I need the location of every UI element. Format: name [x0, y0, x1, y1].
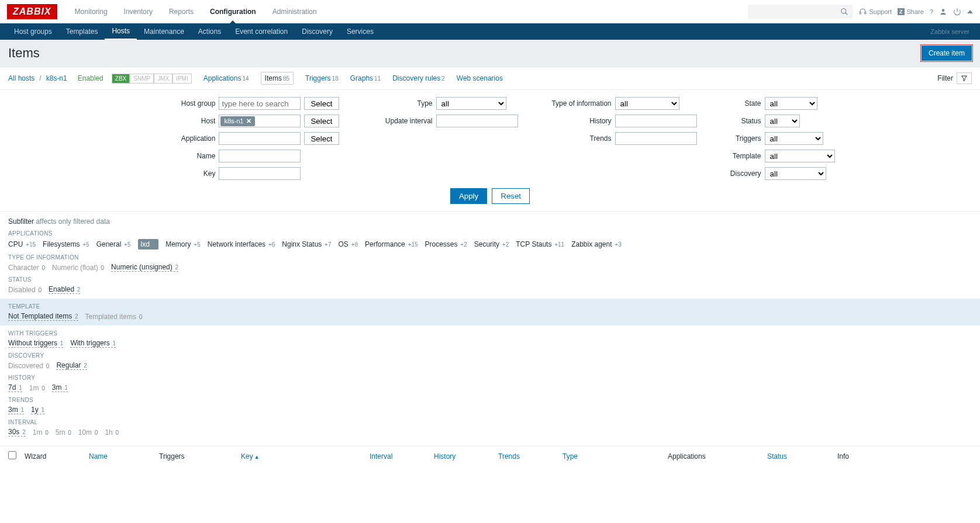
sf-item[interactable]: OS +8: [339, 240, 358, 248]
select-discovery[interactable]: all: [765, 167, 826, 180]
sf-item[interactable]: Character 0: [8, 264, 45, 272]
btn-select-host[interactable]: Select: [304, 115, 339, 127]
filter-toggle[interactable]: [957, 72, 972, 84]
select-triggers[interactable]: all: [765, 132, 823, 145]
submenu-maintenance[interactable]: Maintenance: [137, 23, 191, 40]
sf-item[interactable]: 1y 1: [31, 406, 44, 414]
tab-applications[interactable]: Applications14: [203, 74, 249, 82]
create-item-button[interactable]: Create item: [922, 46, 972, 61]
tab-items[interactable]: Items85: [261, 72, 294, 85]
submenu-templates[interactable]: Templates: [59, 23, 105, 40]
sf-item[interactable]: 3m 1: [52, 383, 68, 392]
submenu-actions[interactable]: Actions: [191, 23, 228, 40]
remove-host-icon[interactable]: ✕: [246, 117, 251, 125]
sf-item[interactable]: General +5: [96, 240, 131, 248]
select-template[interactable]: all: [765, 150, 835, 162]
submenu-host-groups[interactable]: Host groups: [7, 23, 59, 40]
th-interval[interactable]: Interval: [370, 452, 434, 460]
sf-item[interactable]: Filesystems +5: [43, 240, 89, 248]
sf-item[interactable]: Discovered 0: [8, 362, 49, 370]
submenu-event-correlation[interactable]: Event correlation: [228, 23, 295, 40]
submenu-hosts[interactable]: Hosts: [105, 23, 137, 40]
th-history[interactable]: History: [434, 452, 498, 460]
input-name[interactable]: [219, 150, 301, 162]
sf-item[interactable]: 1h 0: [105, 428, 119, 437]
btn-select-host-group[interactable]: Select: [304, 97, 339, 110]
sf-item[interactable]: 5m 0: [56, 428, 71, 437]
th-trends[interactable]: Trends: [498, 452, 563, 460]
user-button[interactable]: [939, 8, 947, 16]
input-application[interactable]: [219, 132, 301, 145]
sf-item[interactable]: Enabled 2: [49, 285, 80, 294]
crumb-all-hosts[interactable]: All hosts: [8, 74, 34, 82]
tab-graphs[interactable]: Graphs11: [350, 74, 381, 82]
tab-web-scenarios[interactable]: Web scenarios: [457, 74, 503, 82]
host-token[interactable]: k8s-n1✕: [220, 116, 254, 126]
sort-asc-icon: ▲: [254, 454, 260, 460]
sf-item[interactable]: 10m 0: [78, 428, 98, 437]
sf-item[interactable]: Performance +15: [365, 240, 417, 248]
sf-item[interactable]: 3m 1: [8, 406, 24, 414]
sf-item[interactable]: CPU +15: [8, 240, 36, 248]
th-type[interactable]: Type: [563, 452, 668, 460]
th-key[interactable]: Key▲: [241, 452, 370, 460]
sf-item[interactable]: 30s 2: [8, 428, 26, 437]
sf-item[interactable]: With triggers 1: [70, 339, 116, 348]
sf-item[interactable]: Zabbix agent +3: [571, 240, 622, 248]
input-host-group[interactable]: [219, 97, 301, 110]
topmenu-configuration[interactable]: Configuration: [202, 0, 264, 23]
select-type-info[interactable]: all: [615, 97, 679, 110]
sf-item[interactable]: Memory +5: [165, 240, 201, 248]
apply-button[interactable]: Apply: [450, 188, 487, 204]
submenu-services[interactable]: Services: [340, 23, 381, 40]
select-type[interactable]: all: [436, 97, 506, 110]
sf-item[interactable]: 7d 1: [8, 383, 22, 392]
lbl-status: Status: [720, 117, 761, 125]
support-link[interactable]: Support: [859, 8, 892, 15]
th-checkbox[interactable]: [8, 451, 25, 461]
sf-item[interactable]: Numeric (float) 0: [52, 264, 104, 272]
sf-item[interactable]: Without triggers 1: [8, 339, 63, 348]
sf-item[interactable]: Templated items 0: [85, 313, 143, 321]
sf-item[interactable]: 1m 0: [33, 428, 49, 437]
sf-item[interactable]: lxd 2: [138, 239, 159, 250]
sf-item[interactable]: Disabled 0: [8, 286, 42, 294]
btn-select-application[interactable]: Select: [304, 132, 339, 145]
share-link[interactable]: Z Share: [898, 8, 924, 15]
sf-item[interactable]: Numeric (unsigned) 2: [111, 263, 178, 272]
sf-item[interactable]: Nginx Status +7: [282, 240, 331, 248]
topmenu-inventory[interactable]: Inventory: [116, 0, 161, 23]
sf-item[interactable]: Regular 2: [56, 361, 87, 370]
topmenu-administration[interactable]: Administration: [264, 0, 325, 23]
sf-item[interactable]: Processes +2: [425, 240, 467, 248]
sf-item[interactable]: Security +2: [474, 240, 509, 248]
th-wizard[interactable]: Wizard: [25, 452, 89, 460]
caret-up-icon[interactable]: [967, 9, 973, 15]
th-applications[interactable]: Applications: [668, 452, 767, 460]
reset-button[interactable]: Reset: [492, 188, 530, 204]
tab-triggers[interactable]: Triggers18: [305, 74, 339, 82]
input-history[interactable]: [615, 115, 697, 127]
sf-head: DISCOVERY: [8, 352, 972, 359]
power-button[interactable]: [953, 8, 961, 16]
input-host[interactable]: k8s-n1✕: [219, 115, 301, 127]
input-key[interactable]: [219, 167, 301, 180]
select-status[interactable]: all: [765, 115, 800, 127]
global-search[interactable]: [748, 5, 853, 19]
input-update-interval[interactable]: [436, 115, 518, 127]
submenu-discovery[interactable]: Discovery: [295, 23, 340, 40]
sf-item[interactable]: TCP Stauts +11: [516, 240, 564, 248]
th-name[interactable]: Name: [89, 452, 159, 460]
topmenu-reports[interactable]: Reports: [161, 0, 202, 23]
tab-discovery-rules[interactable]: Discovery rules2: [392, 74, 445, 82]
th-triggers[interactable]: Triggers: [159, 452, 241, 460]
select-state[interactable]: all: [765, 97, 817, 110]
input-trends[interactable]: [615, 132, 697, 145]
topmenu-monitoring[interactable]: Monitoring: [67, 0, 116, 23]
sf-item[interactable]: Network interfaces +6: [208, 240, 275, 248]
crumb-host[interactable]: k8s-n1: [46, 74, 67, 82]
th-status[interactable]: Status: [767, 452, 837, 460]
help-button[interactable]: ?: [930, 8, 933, 15]
sf-item[interactable]: 1m 0: [29, 384, 45, 392]
sf-item[interactable]: Not Templated items 2: [8, 312, 78, 321]
